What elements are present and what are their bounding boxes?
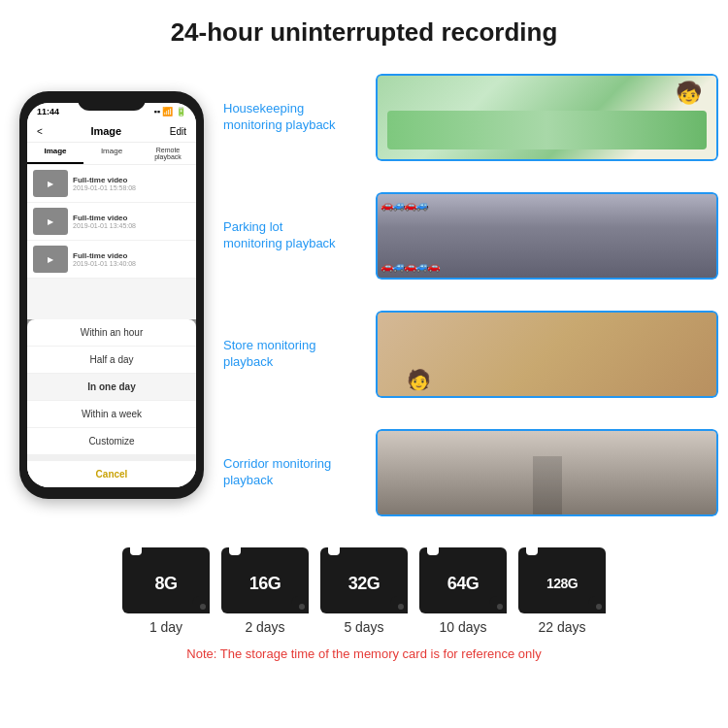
storage-cards-row: 8G 1 day 16G 2 days 32G 5 days bbox=[122, 547, 606, 635]
monitoring-row-parking: Parking lotmonitoring playback bbox=[223, 181, 718, 291]
phone-list-item-3: Full-time video 2019-01-01 13:40:08 bbox=[27, 241, 196, 279]
sd-notch-8g bbox=[130, 547, 142, 555]
video-thumb-2 bbox=[33, 208, 68, 235]
storage-note: Note: The storage time of the memory car… bbox=[186, 646, 541, 661]
phone-tab-image[interactable]: Image bbox=[27, 143, 83, 164]
corridor-image bbox=[376, 429, 718, 516]
video-title-1: Full-time video bbox=[73, 176, 190, 184]
video-thumb-1 bbox=[33, 170, 68, 197]
corridor-text: Corridor monitoringplayback bbox=[223, 456, 364, 489]
storage-days-8g: 1 day bbox=[149, 619, 182, 635]
dropdown-item-oneday[interactable]: In one day bbox=[27, 374, 196, 401]
sd-dot-64g bbox=[497, 604, 503, 610]
page-header: 24-hour uninterrupted recording bbox=[0, 0, 728, 57]
phone-screen: 11:44 ▪▪ 📶 🔋 < Image Edit Image Image Re… bbox=[27, 103, 196, 487]
storage-days-16g: 2 days bbox=[245, 619, 284, 635]
dropdown-cancel-button[interactable]: Cancel bbox=[27, 455, 196, 487]
sd-label-16g: 16G bbox=[249, 574, 281, 594]
phone-list-text-3: Full-time video 2019-01-01 13:40:08 bbox=[73, 251, 190, 267]
video-sub-1: 2019-01-01 15:58:08 bbox=[73, 184, 190, 191]
phone-mockup: 11:44 ▪▪ 📶 🔋 < Image Edit Image Image Re… bbox=[10, 57, 214, 533]
store-img-inner bbox=[376, 311, 718, 398]
phone-dropdown: Within an hour Half a day In one day Wit… bbox=[27, 319, 196, 487]
store-arrow bbox=[716, 347, 718, 362]
sd-dot-128g bbox=[596, 604, 602, 610]
housekeeping-text: Housekeepingmonitoring playback bbox=[223, 101, 364, 134]
housekeeping-arrow bbox=[716, 110, 718, 125]
monitoring-section: Housekeepingmonitoring playback Parking … bbox=[223, 57, 718, 533]
storage-section: 8G 1 day 16G 2 days 32G 5 days bbox=[0, 533, 728, 666]
dropdown-item-hour[interactable]: Within an hour bbox=[27, 319, 196, 347]
video-thumb-3 bbox=[33, 246, 68, 273]
housekeeping-image bbox=[376, 74, 718, 161]
phone-time: 11:44 bbox=[37, 107, 59, 116]
sd-notch-64g bbox=[427, 547, 439, 555]
store-text: Store monitoringplayback bbox=[223, 338, 364, 371]
storage-card-8g: 8G 1 day bbox=[122, 547, 210, 635]
sd-label-64g: 64G bbox=[447, 574, 480, 594]
corridor-arrow bbox=[716, 465, 718, 480]
dropdown-item-customize[interactable]: Customize bbox=[27, 428, 196, 455]
phone-tabs: Image Image Remote playback bbox=[27, 143, 196, 165]
sd-notch-32g bbox=[328, 547, 340, 555]
video-title-2: Full-time video bbox=[73, 214, 190, 222]
storage-card-128g: 128G 22 days bbox=[518, 547, 606, 635]
phone-tab-remote[interactable]: Remote playback bbox=[140, 143, 196, 164]
video-sub-3: 2019-01-01 13:40:08 bbox=[73, 260, 190, 267]
housekeeping-img-inner bbox=[376, 74, 718, 161]
video-sub-2: 2019-01-01 13:45:08 bbox=[73, 222, 190, 229]
parking-label: Parking lotmonitoring playback bbox=[223, 219, 364, 252]
sd-dot-16g bbox=[299, 604, 305, 610]
phone-list-text-1: Full-time video 2019-01-01 15:58:08 bbox=[73, 176, 190, 191]
housekeeping-label: Housekeepingmonitoring playback bbox=[223, 101, 364, 134]
sd-label-8g: 8G bbox=[154, 574, 177, 594]
parking-image bbox=[376, 192, 718, 280]
sd-card-16g: 16G bbox=[221, 547, 309, 613]
phone-nav-bar: < Image Edit bbox=[27, 120, 196, 143]
storage-card-32g: 32G 5 days bbox=[320, 547, 408, 635]
monitoring-row-store: Store monitoringplayback bbox=[223, 299, 718, 410]
parking-text: Parking lotmonitoring playback bbox=[223, 219, 364, 252]
parking-img-inner bbox=[376, 192, 718, 280]
sd-notch-128g bbox=[526, 547, 538, 555]
sd-card-32g: 32G bbox=[320, 547, 408, 613]
sd-card-64g: 64G bbox=[419, 547, 507, 613]
store-label: Store monitoringplayback bbox=[223, 338, 364, 371]
main-content: 11:44 ▪▪ 📶 🔋 < Image Edit Image Image Re… bbox=[0, 57, 728, 533]
sd-notch-16g bbox=[229, 547, 241, 555]
dropdown-item-halfday[interactable]: Half a day bbox=[27, 347, 196, 374]
sd-label-128g: 128G bbox=[546, 576, 578, 591]
corridor-label: Corridor monitoringplayback bbox=[223, 456, 364, 489]
storage-days-32g: 5 days bbox=[344, 619, 383, 635]
sd-card-8g: 8G bbox=[122, 547, 210, 613]
phone-list-item-1: Full-time video 2019-01-01 15:58:08 bbox=[27, 165, 196, 203]
video-title-3: Full-time video bbox=[73, 251, 190, 260]
monitoring-row-corridor: Corridor monitoringplayback bbox=[223, 417, 718, 528]
phone-edit-button[interactable]: Edit bbox=[170, 126, 186, 137]
storage-days-64g: 10 days bbox=[439, 619, 486, 635]
phone-body: 11:44 ▪▪ 📶 🔋 < Image Edit Image Image Re… bbox=[19, 91, 204, 499]
phone-icons: ▪▪ 📶 🔋 bbox=[154, 107, 186, 116]
page-title: 24-hour uninterrupted recording bbox=[19, 17, 709, 48]
parking-arrow bbox=[716, 228, 718, 244]
monitoring-row-housekeeping: Housekeepingmonitoring playback bbox=[223, 62, 718, 173]
dropdown-item-week[interactable]: Within a week bbox=[27, 401, 196, 428]
sd-card-128g: 128G bbox=[518, 547, 606, 613]
phone-back-button[interactable]: < bbox=[37, 126, 43, 137]
sd-dot-8g bbox=[200, 604, 206, 610]
phone-tab-image2[interactable]: Image bbox=[83, 143, 140, 164]
store-image bbox=[376, 311, 718, 398]
storage-card-64g: 64G 10 days bbox=[419, 547, 507, 635]
sd-dot-32g bbox=[398, 604, 404, 610]
phone-nav-title: Image bbox=[90, 125, 121, 137]
phone-list-item-2: Full-time video 2019-01-01 13:45:08 bbox=[27, 203, 196, 241]
storage-days-128g: 22 days bbox=[538, 619, 585, 635]
sd-label-32g: 32G bbox=[348, 574, 381, 594]
phone-notch bbox=[78, 91, 146, 111]
storage-card-16g: 16G 2 days bbox=[221, 547, 309, 635]
phone-list-text-2: Full-time video 2019-01-01 13:45:08 bbox=[73, 214, 190, 229]
phone-dropdown-menu: Within an hour Half a day In one day Wit… bbox=[27, 319, 196, 487]
corridor-img-inner bbox=[376, 429, 718, 516]
